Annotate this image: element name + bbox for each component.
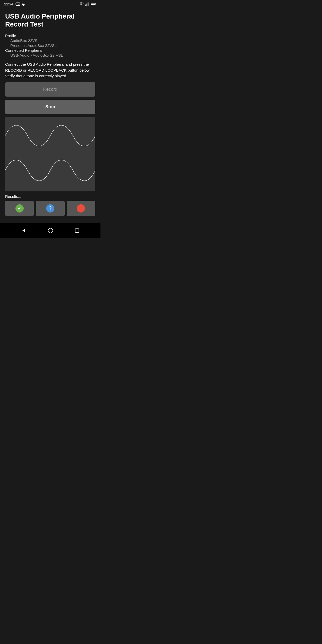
signal-icon: [85, 2, 89, 6]
svg-point-13: [48, 228, 53, 233]
profile-section: Profile AudioBox 22VSL Presonus AudioBox…: [5, 33, 95, 57]
svg-rect-6: [88, 3, 88, 6]
svg-point-2: [81, 5, 81, 6]
svg-point-1: [17, 3, 18, 4]
home-button[interactable]: [46, 226, 55, 235]
check-icon: ✓: [15, 204, 24, 213]
results-label: Results...: [5, 194, 95, 199]
profile-label: Profile: [5, 33, 95, 38]
svg-rect-14: [75, 228, 79, 232]
status-bar: 11:24 ip: [0, 0, 100, 8]
svg-marker-12: [22, 229, 25, 232]
svg-rect-10: [91, 3, 95, 5]
page-title: USB Audio Peripheral Record Test: [5, 12, 95, 28]
profile-line1: AudioBox 22VSL: [5, 38, 95, 43]
svg-rect-4: [86, 4, 86, 6]
back-button[interactable]: [19, 226, 28, 235]
battery-icon: [91, 3, 96, 6]
status-left: 11:24 ip: [4, 2, 25, 6]
question-icon: ?: [46, 204, 54, 213]
svg-rect-7: [88, 3, 89, 6]
home-icon: [48, 228, 53, 233]
main-content: USB Audio Peripheral Record Test Profile…: [0, 8, 100, 223]
svg-rect-11: [5, 117, 95, 191]
waveform-container: [5, 117, 95, 191]
image-icon: [15, 2, 20, 6]
back-icon: [21, 228, 26, 233]
result-error-button[interactable]: !: [67, 201, 95, 216]
bottom-nav: [0, 223, 100, 238]
profile-line2: Presonus AudioBox 22VSL: [5, 43, 95, 48]
status-right: [79, 2, 96, 6]
waveform-display: [5, 117, 95, 191]
ip-label: ip: [22, 2, 25, 6]
connected-peripheral-value: USB-Audio - AudioBox 22 VSL: [5, 53, 95, 57]
result-info-button[interactable]: ?: [36, 201, 64, 216]
recent-button[interactable]: [73, 226, 81, 235]
stop-button[interactable]: Stop: [5, 100, 95, 114]
svg-rect-3: [85, 5, 86, 6]
results-buttons: ✓ ? !: [5, 201, 95, 216]
recent-icon: [75, 228, 79, 233]
result-success-button[interactable]: ✓: [5, 201, 34, 216]
wifi-icon: [79, 2, 83, 6]
description-text: Connect the USB Audio Peripheral and pre…: [5, 62, 95, 79]
exclamation-icon: !: [77, 204, 85, 213]
record-button[interactable]: Record: [5, 82, 95, 97]
time-display: 11:24: [4, 2, 13, 6]
connected-peripheral-label: Connected Peripheral: [5, 48, 95, 53]
svg-rect-9: [96, 4, 96, 5]
svg-rect-5: [87, 3, 87, 6]
results-section: Results... ✓ ? !: [5, 194, 95, 216]
